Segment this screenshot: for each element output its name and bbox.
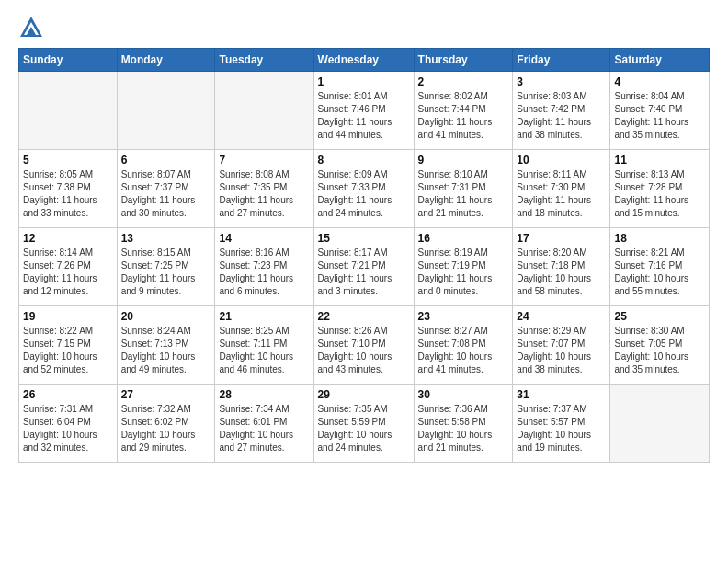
day-cell: 18Sunrise: 8:21 AM Sunset: 7:16 PM Dayli… — [610, 228, 710, 306]
day-cell: 10Sunrise: 8:11 AM Sunset: 7:30 PM Dayli… — [513, 150, 610, 228]
day-cell: 29Sunrise: 7:35 AM Sunset: 5:59 PM Dayli… — [313, 385, 414, 463]
day-info: Sunrise: 8:27 AM Sunset: 7:08 PM Dayligh… — [418, 325, 509, 376]
day-number: 10 — [517, 154, 606, 167]
day-info: Sunrise: 8:08 AM Sunset: 7:35 PM Dayligh… — [219, 168, 309, 220]
day-cell — [117, 72, 215, 150]
day-info: Sunrise: 8:01 AM Sunset: 7:46 PM Dayligh… — [318, 90, 410, 142]
day-info: Sunrise: 8:10 AM Sunset: 7:31 PM Dayligh… — [418, 168, 509, 220]
day-cell: 27Sunrise: 7:32 AM Sunset: 6:02 PM Dayli… — [117, 385, 215, 463]
day-info: Sunrise: 8:09 AM Sunset: 7:33 PM Dayligh… — [318, 168, 410, 220]
day-info: Sunrise: 8:24 AM Sunset: 7:13 PM Dayligh… — [121, 325, 211, 376]
header — [18, 15, 710, 40]
col-wednesday: Wednesday — [313, 49, 414, 72]
day-cell: 4Sunrise: 8:04 AM Sunset: 7:40 PM Daylig… — [610, 72, 710, 150]
day-info: Sunrise: 8:05 AM Sunset: 7:38 PM Dayligh… — [23, 168, 113, 220]
day-cell: 24Sunrise: 8:29 AM Sunset: 7:07 PM Dayli… — [513, 306, 610, 385]
day-info: Sunrise: 8:04 AM Sunset: 7:40 PM Dayligh… — [614, 90, 705, 142]
day-info: Sunrise: 8:25 AM Sunset: 7:11 PM Dayligh… — [219, 325, 309, 376]
day-number: 22 — [318, 310, 410, 323]
day-info: Sunrise: 8:07 AM Sunset: 7:37 PM Dayligh… — [121, 168, 211, 220]
day-cell: 11Sunrise: 8:13 AM Sunset: 7:28 PM Dayli… — [610, 150, 710, 228]
day-number: 9 — [418, 154, 509, 167]
day-number: 18 — [614, 232, 705, 245]
day-cell: 8Sunrise: 8:09 AM Sunset: 7:33 PM Daylig… — [313, 150, 414, 228]
day-cell: 5Sunrise: 8:05 AM Sunset: 7:38 PM Daylig… — [19, 150, 118, 228]
page: Sunday Monday Tuesday Wednesday Thursday… — [0, 0, 728, 563]
day-number: 26 — [23, 388, 113, 401]
day-cell — [19, 72, 118, 150]
week-row-4: 19Sunrise: 8:22 AM Sunset: 7:15 PM Dayli… — [19, 306, 710, 385]
day-cell — [215, 72, 313, 150]
day-info: Sunrise: 8:20 AM Sunset: 7:18 PM Dayligh… — [517, 247, 606, 298]
col-saturday: Saturday — [610, 49, 710, 72]
day-number: 3 — [517, 75, 606, 88]
day-cell: 15Sunrise: 8:17 AM Sunset: 7:21 PM Dayli… — [313, 228, 414, 306]
day-number: 12 — [23, 232, 113, 245]
day-cell: 16Sunrise: 8:19 AM Sunset: 7:19 PM Dayli… — [414, 228, 513, 306]
day-cell: 9Sunrise: 8:10 AM Sunset: 7:31 PM Daylig… — [414, 150, 513, 228]
day-info: Sunrise: 7:34 AM Sunset: 6:01 PM Dayligh… — [219, 403, 309, 454]
day-cell: 26Sunrise: 7:31 AM Sunset: 6:04 PM Dayli… — [19, 385, 118, 463]
day-number: 11 — [614, 154, 705, 167]
col-tuesday: Tuesday — [215, 49, 313, 72]
day-cell: 17Sunrise: 8:20 AM Sunset: 7:18 PM Dayli… — [513, 228, 610, 306]
day-number: 21 — [219, 310, 309, 323]
day-number: 2 — [418, 75, 509, 88]
day-number: 29 — [318, 388, 410, 401]
day-number: 30 — [418, 388, 509, 401]
day-info: Sunrise: 8:30 AM Sunset: 7:05 PM Dayligh… — [614, 325, 705, 376]
day-number: 31 — [517, 388, 606, 401]
col-friday: Friday — [513, 49, 610, 72]
day-number: 6 — [121, 154, 211, 167]
day-number: 7 — [219, 154, 309, 167]
day-cell: 1Sunrise: 8:01 AM Sunset: 7:46 PM Daylig… — [313, 72, 414, 150]
day-cell: 21Sunrise: 8:25 AM Sunset: 7:11 PM Dayli… — [215, 306, 313, 385]
calendar-header-row: Sunday Monday Tuesday Wednesday Thursday… — [19, 49, 710, 72]
week-row-3: 12Sunrise: 8:14 AM Sunset: 7:26 PM Dayli… — [19, 228, 710, 306]
day-number: 4 — [614, 75, 705, 88]
col-monday: Monday — [117, 49, 215, 72]
col-sunday: Sunday — [19, 49, 118, 72]
day-number: 15 — [318, 232, 410, 245]
day-info: Sunrise: 8:02 AM Sunset: 7:44 PM Dayligh… — [418, 90, 509, 142]
day-cell: 3Sunrise: 8:03 AM Sunset: 7:42 PM Daylig… — [513, 72, 610, 150]
day-number: 1 — [318, 75, 410, 88]
day-cell: 20Sunrise: 8:24 AM Sunset: 7:13 PM Dayli… — [117, 306, 215, 385]
day-number: 20 — [121, 310, 211, 323]
day-cell: 7Sunrise: 8:08 AM Sunset: 7:35 PM Daylig… — [215, 150, 313, 228]
day-info: Sunrise: 7:31 AM Sunset: 6:04 PM Dayligh… — [23, 403, 113, 454]
logo-icon — [18, 15, 44, 40]
day-info: Sunrise: 8:26 AM Sunset: 7:10 PM Dayligh… — [318, 325, 410, 376]
day-cell: 6Sunrise: 8:07 AM Sunset: 7:37 PM Daylig… — [117, 150, 215, 228]
logo — [18, 15, 48, 40]
day-number: 17 — [517, 232, 606, 245]
day-number: 23 — [418, 310, 509, 323]
day-info: Sunrise: 8:11 AM Sunset: 7:30 PM Dayligh… — [517, 168, 606, 220]
day-info: Sunrise: 8:15 AM Sunset: 7:25 PM Dayligh… — [121, 247, 211, 298]
day-info: Sunrise: 8:21 AM Sunset: 7:16 PM Dayligh… — [614, 247, 705, 298]
day-number: 28 — [219, 388, 309, 401]
day-cell: 31Sunrise: 7:37 AM Sunset: 5:57 PM Dayli… — [513, 385, 610, 463]
calendar-table: Sunday Monday Tuesday Wednesday Thursday… — [18, 48, 710, 463]
day-number: 25 — [614, 310, 705, 323]
day-info: Sunrise: 8:29 AM Sunset: 7:07 PM Dayligh… — [517, 325, 606, 376]
day-info: Sunrise: 8:14 AM Sunset: 7:26 PM Dayligh… — [23, 247, 113, 298]
day-number: 14 — [219, 232, 309, 245]
day-info: Sunrise: 8:13 AM Sunset: 7:28 PM Dayligh… — [614, 168, 705, 220]
day-cell: 12Sunrise: 8:14 AM Sunset: 7:26 PM Dayli… — [19, 228, 118, 306]
day-info: Sunrise: 7:36 AM Sunset: 5:58 PM Dayligh… — [418, 403, 509, 454]
day-cell: 22Sunrise: 8:26 AM Sunset: 7:10 PM Dayli… — [313, 306, 414, 385]
day-cell: 13Sunrise: 8:15 AM Sunset: 7:25 PM Dayli… — [117, 228, 215, 306]
day-info: Sunrise: 8:03 AM Sunset: 7:42 PM Dayligh… — [517, 90, 606, 142]
day-cell: 19Sunrise: 8:22 AM Sunset: 7:15 PM Dayli… — [19, 306, 118, 385]
day-number: 13 — [121, 232, 211, 245]
day-cell: 28Sunrise: 7:34 AM Sunset: 6:01 PM Dayli… — [215, 385, 313, 463]
day-info: Sunrise: 8:22 AM Sunset: 7:15 PM Dayligh… — [23, 325, 113, 376]
day-info: Sunrise: 8:17 AM Sunset: 7:21 PM Dayligh… — [318, 247, 410, 298]
day-cell: 23Sunrise: 8:27 AM Sunset: 7:08 PM Dayli… — [414, 306, 513, 385]
week-row-1: 1Sunrise: 8:01 AM Sunset: 7:46 PM Daylig… — [19, 72, 710, 150]
day-cell: 25Sunrise: 8:30 AM Sunset: 7:05 PM Dayli… — [610, 306, 710, 385]
day-number: 19 — [23, 310, 113, 323]
day-info: Sunrise: 7:37 AM Sunset: 5:57 PM Dayligh… — [517, 403, 606, 454]
day-cell: 14Sunrise: 8:16 AM Sunset: 7:23 PM Dayli… — [215, 228, 313, 306]
